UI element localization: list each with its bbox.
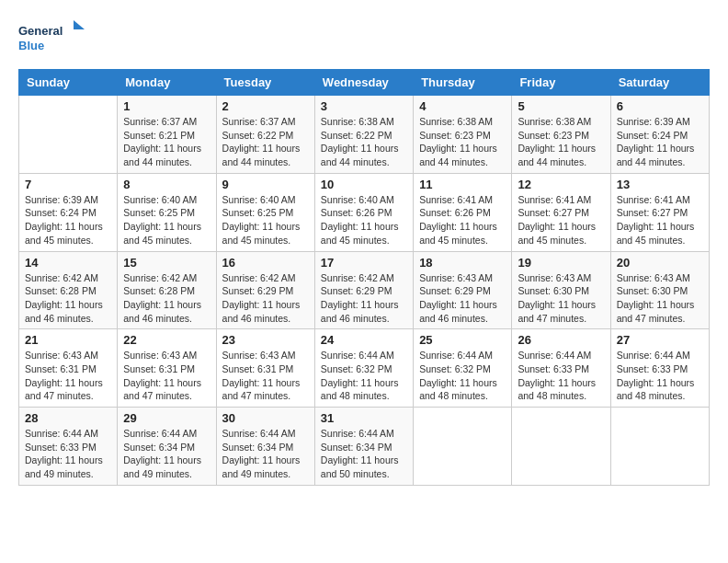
calendar-cell: 12Sunrise: 6:41 AM Sunset: 6:27 PM Dayli… (512, 173, 610, 251)
calendar-cell: 21Sunrise: 6:43 AM Sunset: 6:31 PM Dayli… (19, 329, 118, 408)
calendar-cell: 31Sunrise: 6:44 AM Sunset: 6:34 PM Dayli… (314, 408, 413, 486)
day-info: Sunrise: 6:41 AM Sunset: 6:27 PM Dayligh… (617, 193, 703, 247)
day-info: Sunrise: 6:44 AM Sunset: 6:33 PM Dayligh… (518, 349, 604, 403)
weekday-header-monday: Monday (118, 70, 216, 96)
calendar-cell (19, 96, 118, 174)
weekday-header-thursday: Thursday (414, 70, 512, 96)
week-row-4: 21Sunrise: 6:43 AM Sunset: 6:31 PM Dayli… (19, 329, 710, 408)
day-number: 1 (123, 99, 210, 113)
calendar-cell: 17Sunrise: 6:42 AM Sunset: 6:29 PM Dayli… (314, 251, 413, 329)
calendar-cell: 27Sunrise: 6:44 AM Sunset: 6:33 PM Dayli… (610, 329, 709, 408)
day-info: Sunrise: 6:44 AM Sunset: 6:33 PM Dayligh… (617, 349, 703, 403)
weekday-header-tuesday: Tuesday (216, 70, 314, 96)
day-info: Sunrise: 6:42 AM Sunset: 6:28 PM Dayligh… (123, 271, 210, 326)
day-number: 21 (25, 333, 111, 347)
calendar-cell: 30Sunrise: 6:44 AM Sunset: 6:34 PM Dayli… (216, 408, 314, 486)
week-row-5: 28Sunrise: 6:44 AM Sunset: 6:33 PM Dayli… (19, 408, 710, 486)
day-number: 9 (222, 178, 309, 191)
day-number: 26 (518, 333, 604, 347)
weekday-header-sunday: Sunday (19, 70, 118, 96)
weekday-header-row: SundayMondayTuesdayWednesdayThursdayFrid… (19, 70, 710, 96)
day-info: Sunrise: 6:44 AM Sunset: 6:34 PM Dayligh… (123, 427, 210, 481)
calendar-cell: 10Sunrise: 6:40 AM Sunset: 6:26 PM Dayli… (314, 173, 413, 251)
calendar-cell: 9Sunrise: 6:40 AM Sunset: 6:25 PM Daylig… (216, 173, 314, 251)
day-number: 10 (321, 178, 407, 191)
svg-text:Blue: Blue (18, 39, 44, 52)
day-info: Sunrise: 6:40 AM Sunset: 6:25 PM Dayligh… (222, 193, 309, 247)
day-info: Sunrise: 6:43 AM Sunset: 6:31 PM Dayligh… (25, 349, 111, 403)
week-row-2: 7Sunrise: 6:39 AM Sunset: 6:24 PM Daylig… (19, 173, 710, 251)
day-info: Sunrise: 6:40 AM Sunset: 6:25 PM Dayligh… (123, 193, 210, 247)
calendar-cell: 20Sunrise: 6:43 AM Sunset: 6:30 PM Dayli… (610, 251, 709, 329)
day-info: Sunrise: 6:43 AM Sunset: 6:30 PM Dayligh… (617, 271, 703, 326)
day-info: Sunrise: 6:39 AM Sunset: 6:24 PM Dayligh… (617, 115, 703, 169)
week-row-3: 14Sunrise: 6:42 AM Sunset: 6:28 PM Dayli… (19, 251, 710, 329)
day-number: 4 (419, 99, 506, 113)
day-info: Sunrise: 6:42 AM Sunset: 6:29 PM Dayligh… (222, 271, 309, 326)
calendar-cell: 25Sunrise: 6:44 AM Sunset: 6:32 PM Dayli… (414, 329, 512, 408)
day-info: Sunrise: 6:44 AM Sunset: 6:32 PM Dayligh… (419, 349, 506, 403)
day-number: 25 (419, 333, 506, 347)
calendar-cell: 19Sunrise: 6:43 AM Sunset: 6:30 PM Dayli… (512, 251, 610, 329)
day-number: 12 (518, 178, 604, 191)
calendar-cell: 13Sunrise: 6:41 AM Sunset: 6:27 PM Dayli… (610, 173, 709, 251)
day-number: 28 (25, 411, 111, 425)
day-number: 14 (25, 256, 111, 270)
day-number: 18 (419, 256, 506, 270)
calendar-cell (610, 408, 709, 486)
day-info: Sunrise: 6:43 AM Sunset: 6:31 PM Dayligh… (222, 349, 309, 403)
day-number: 16 (222, 256, 309, 270)
calendar-cell: 4Sunrise: 6:38 AM Sunset: 6:23 PM Daylig… (414, 96, 512, 174)
day-number: 20 (617, 256, 703, 270)
day-number: 29 (123, 411, 210, 425)
day-info: Sunrise: 6:37 AM Sunset: 6:21 PM Dayligh… (123, 115, 210, 169)
day-info: Sunrise: 6:41 AM Sunset: 6:26 PM Dayligh… (419, 193, 506, 247)
day-number: 11 (419, 178, 506, 191)
calendar-cell: 15Sunrise: 6:42 AM Sunset: 6:28 PM Dayli… (118, 251, 216, 329)
day-info: Sunrise: 6:43 AM Sunset: 6:31 PM Dayligh… (123, 349, 210, 403)
calendar-cell: 2Sunrise: 6:37 AM Sunset: 6:22 PM Daylig… (216, 96, 314, 174)
day-info: Sunrise: 6:39 AM Sunset: 6:24 PM Dayligh… (25, 193, 111, 247)
calendar-body: 1Sunrise: 6:37 AM Sunset: 6:21 PM Daylig… (19, 96, 710, 486)
day-info: Sunrise: 6:42 AM Sunset: 6:29 PM Dayligh… (321, 271, 407, 326)
calendar-cell: 14Sunrise: 6:42 AM Sunset: 6:28 PM Dayli… (19, 251, 118, 329)
day-info: Sunrise: 6:44 AM Sunset: 6:33 PM Dayligh… (25, 427, 111, 481)
calendar-cell: 29Sunrise: 6:44 AM Sunset: 6:34 PM Dayli… (118, 408, 216, 486)
day-number: 22 (123, 333, 210, 347)
calendar-cell: 6Sunrise: 6:39 AM Sunset: 6:24 PM Daylig… (610, 96, 709, 174)
header: General Blue (18, 18, 710, 60)
calendar-cell: 1Sunrise: 6:37 AM Sunset: 6:21 PM Daylig… (118, 96, 216, 174)
day-info: Sunrise: 6:44 AM Sunset: 6:32 PM Dayligh… (321, 349, 407, 403)
calendar-table: SundayMondayTuesdayWednesdayThursdayFrid… (18, 69, 710, 486)
calendar-cell: 5Sunrise: 6:38 AM Sunset: 6:23 PM Daylig… (512, 96, 610, 174)
day-info: Sunrise: 6:38 AM Sunset: 6:23 PM Dayligh… (419, 115, 506, 169)
day-info: Sunrise: 6:41 AM Sunset: 6:27 PM Dayligh… (518, 193, 604, 247)
calendar-cell: 24Sunrise: 6:44 AM Sunset: 6:32 PM Dayli… (314, 329, 413, 408)
logo: General Blue (18, 18, 92, 60)
calendar-cell: 7Sunrise: 6:39 AM Sunset: 6:24 PM Daylig… (19, 173, 118, 251)
calendar-cell: 23Sunrise: 6:43 AM Sunset: 6:31 PM Dayli… (216, 329, 314, 408)
day-number: 2 (222, 99, 309, 113)
calendar-cell: 22Sunrise: 6:43 AM Sunset: 6:31 PM Dayli… (118, 329, 216, 408)
day-number: 31 (321, 411, 407, 425)
day-number: 15 (123, 256, 210, 270)
day-number: 6 (617, 99, 703, 113)
calendar-cell (414, 408, 512, 486)
day-number: 23 (222, 333, 309, 347)
weekday-header-friday: Friday (512, 70, 610, 96)
weekday-header-wednesday: Wednesday (314, 70, 413, 96)
day-number: 27 (617, 333, 703, 347)
day-number: 7 (25, 178, 111, 191)
day-number: 17 (321, 256, 407, 270)
day-number: 3 (321, 99, 407, 113)
day-number: 13 (617, 178, 703, 191)
svg-text:General: General (18, 24, 63, 38)
calendar-cell: 11Sunrise: 6:41 AM Sunset: 6:26 PM Dayli… (414, 173, 512, 251)
calendar-cell: 28Sunrise: 6:44 AM Sunset: 6:33 PM Dayli… (19, 408, 118, 486)
calendar-cell: 3Sunrise: 6:38 AM Sunset: 6:22 PM Daylig… (314, 96, 413, 174)
day-number: 5 (518, 99, 604, 113)
day-number: 24 (321, 333, 407, 347)
day-info: Sunrise: 6:40 AM Sunset: 6:26 PM Dayligh… (321, 193, 407, 247)
day-info: Sunrise: 6:43 AM Sunset: 6:29 PM Dayligh… (419, 271, 506, 326)
day-number: 30 (222, 411, 309, 425)
